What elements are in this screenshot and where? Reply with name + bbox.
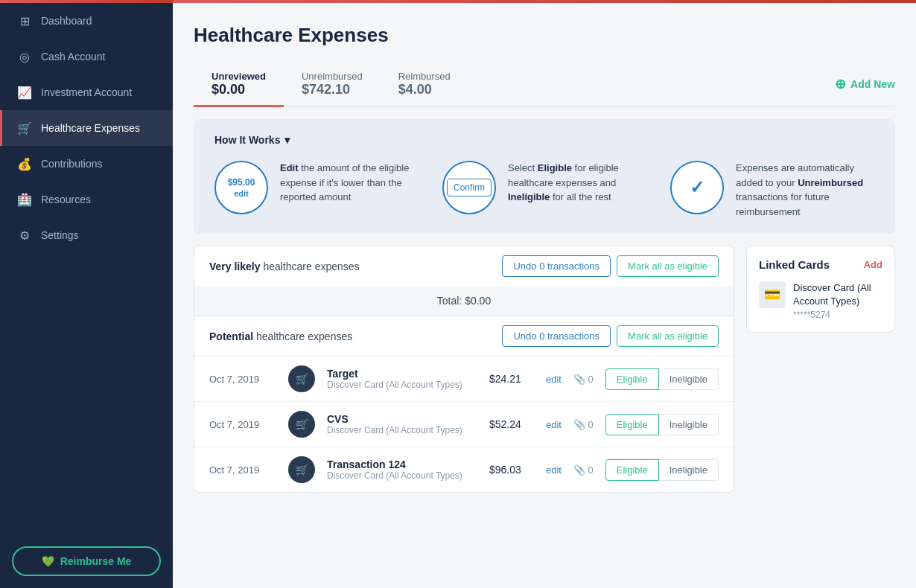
sidebar: ⊞ Dashboard ◎ Cash Account 📈 Investment … — [0, 0, 173, 588]
transaction-info: Transaction 124 Discover Card (All Accou… — [327, 458, 477, 481]
transaction-card: Discover Card (All Account Types) — [327, 470, 477, 481]
card-details: Discover Card (All Account Types) *****5… — [793, 281, 882, 320]
cash-account-icon: ◎ — [17, 49, 32, 64]
eligible-button[interactable]: Eligible — [605, 368, 659, 390]
investment-account-icon: 📈 — [17, 85, 32, 100]
ineligible-button[interactable]: Ineligible — [659, 368, 719, 390]
sidebar-item-healthcare-expenses[interactable]: 🛒 Healthcare Expenses — [0, 110, 173, 146]
hiw-text-3: Expenses are automatically added to your… — [736, 161, 874, 219]
expense-content: Very likely healthcare expenses Undo 0 t… — [194, 246, 734, 493]
tab-label-unreimbursed: Unreimbursed — [302, 71, 363, 82]
tab-unreimbursed[interactable]: Unreimbursed $742.10 — [284, 62, 381, 107]
transaction-edit-link[interactable]: edit — [546, 464, 562, 476]
transaction-name: CVS — [327, 413, 477, 425]
dashboard-icon: ⊞ — [17, 13, 32, 28]
hiw-step-1: $95.00 edit Edit the amount of the eligi… — [214, 161, 419, 214]
potential-actions: Undo 0 transactions Mark all as eligible — [502, 325, 719, 347]
transaction-action-buttons: Eligible Ineligible — [605, 368, 719, 390]
transaction-attachment: 📎 0 — [573, 464, 594, 476]
sidebar-label-investment-account: Investment Account — [41, 86, 132, 98]
transaction-card: Discover Card (All Account Types) — [327, 425, 477, 435]
potential-header: Potential healthcare expenses Undo 0 tra… — [194, 316, 734, 356]
transaction-action-buttons: Eligible Ineligible — [605, 414, 719, 435]
tabs-row: Unreviewed $0.00 Unreimbursed $742.10 Re… — [194, 62, 895, 107]
main-content: Healthcare Expenses Unreviewed $0.00 Unr… — [173, 0, 916, 588]
plus-circle-icon: ⊕ — [835, 76, 846, 92]
settings-icon: ⚙ — [17, 228, 32, 243]
how-it-works-steps: $95.00 edit Edit the amount of the eligi… — [214, 161, 874, 219]
very-likely-title: Very likely healthcare expenses — [209, 261, 360, 272]
transaction-name: Target — [327, 368, 477, 380]
tab-amount-reimbursed: $4.00 — [398, 82, 451, 98]
sidebar-label-contributions: Contributions — [41, 158, 103, 170]
sidebar-item-resources[interactable]: 🏥 Resources — [0, 182, 173, 217]
contributions-icon: 💰 — [17, 156, 32, 171]
sidebar-item-contributions[interactable]: 💰 Contributions — [0, 146, 173, 182]
content-area: Healthcare Expenses Unreviewed $0.00 Unr… — [173, 3, 916, 588]
confirm-button-example[interactable]: Confirm — [447, 179, 492, 196]
potential-mark-eligible-button[interactable]: Mark all as eligible — [617, 325, 719, 347]
sidebar-panel: Linked Cards Add 💳 Discover Card (All Ac… — [746, 246, 895, 333]
very-likely-undo-button[interactable]: Undo 0 transactions — [502, 255, 611, 277]
chevron-down-icon: ▾ — [284, 134, 290, 146]
hiw-step-2: Confirm Select Eligible for eligible hea… — [442, 161, 646, 214]
tab-label-reimbursed: Reimbursed — [398, 71, 451, 82]
potential-title: Potential healthcare expenses — [209, 330, 352, 342]
transaction-amount: $52.24 — [489, 418, 534, 430]
tab-amount-unreviewed: $0.00 — [211, 82, 266, 98]
tab-unreviewed[interactable]: Unreviewed $0.00 — [194, 62, 284, 107]
hiw-circle-3: ✓ — [670, 161, 724, 214]
hiw-step-3: ✓ Expenses are automatically added to yo… — [670, 161, 874, 219]
linked-cards-box: Linked Cards Add 💳 Discover Card (All Ac… — [746, 246, 895, 333]
sidebar-item-cash-account[interactable]: ◎ Cash Account — [0, 39, 173, 74]
transaction-info: CVS Discover Card (All Account Types) — [327, 413, 477, 435]
transaction-name: Transaction 124 — [327, 458, 477, 470]
transaction-date: Oct 7, 2019 — [209, 374, 276, 385]
hiw-amount: $95.00 — [228, 177, 255, 188]
hiw-text-1: Edit the amount of the eligible expense … — [280, 161, 419, 205]
transaction-icon: 🛒 — [288, 456, 315, 483]
table-row: Oct 7, 2019 🛒 Target Discover Card (All … — [194, 356, 734, 401]
card-icon: 💳 — [759, 281, 786, 308]
reimburse-icon: 💚 — [42, 555, 54, 567]
sidebar-label-dashboard: Dashboard — [41, 15, 92, 27]
resources-icon: 🏥 — [17, 192, 32, 207]
card-name: Discover Card (All Account Types) — [793, 281, 882, 308]
table-row: Oct 7, 2019 🛒 CVS Discover Card (All Acc… — [194, 401, 734, 447]
hiw-edit-link[interactable]: edit — [234, 189, 249, 198]
tab-amount-unreimbursed: $742.10 — [302, 82, 363, 98]
sidebar-item-settings[interactable]: ⚙ Settings — [0, 217, 173, 253]
sidebar-label-healthcare-expenses: Healthcare Expenses — [41, 122, 140, 134]
add-new-button[interactable]: ⊕ Add New — [835, 76, 895, 92]
tab-reimbursed[interactable]: Reimbursed $4.00 — [381, 62, 468, 107]
ineligible-button[interactable]: Ineligible — [659, 459, 719, 481]
transaction-edit-link[interactable]: edit — [546, 374, 562, 385]
reimburse-label: Reimburse Me — [60, 555, 132, 567]
how-it-works-title: How It Works — [214, 134, 280, 146]
linked-cards-add-button[interactable]: Add — [864, 259, 882, 270]
very-likely-header: Very likely healthcare expenses Undo 0 t… — [194, 246, 734, 286]
eligible-button[interactable]: Eligible — [605, 414, 659, 435]
sidebar-item-dashboard[interactable]: ⊞ Dashboard — [0, 3, 173, 39]
how-it-works-toggle[interactable]: How It Works ▾ — [214, 134, 874, 146]
list-item: 💳 Discover Card (All Account Types) ****… — [759, 281, 882, 320]
transaction-edit-link[interactable]: edit — [546, 419, 562, 430]
sidebar-label-cash-account: Cash Account — [41, 51, 105, 63]
how-it-works-panel: How It Works ▾ $95.00 edit Edit the amou… — [194, 119, 895, 234]
transaction-action-buttons: Eligible Ineligible — [605, 459, 719, 481]
transaction-attachment: 📎 0 — [573, 419, 594, 430]
hiw-circle-1: $95.00 edit — [214, 161, 268, 214]
reimburse-me-button[interactable]: 💚 Reimburse Me — [12, 546, 161, 576]
very-likely-total: Total: $0.00 — [194, 286, 734, 316]
potential-undo-button[interactable]: Undo 0 transactions — [502, 325, 611, 347]
potential-section: Potential healthcare expenses Undo 0 tra… — [194, 316, 734, 493]
ineligible-button[interactable]: Ineligible — [659, 414, 719, 435]
eligible-button[interactable]: Eligible — [605, 459, 659, 481]
sidebar-item-investment-account[interactable]: 📈 Investment Account — [0, 74, 173, 110]
tab-label-unreviewed: Unreviewed — [211, 71, 266, 82]
linked-cards-list: 💳 Discover Card (All Account Types) ****… — [759, 281, 882, 320]
very-likely-mark-eligible-button[interactable]: Mark all as eligible — [617, 255, 719, 277]
checkmark-icon: ✓ — [690, 177, 705, 198]
transaction-icon: 🛒 — [288, 365, 315, 392]
table-row: Oct 7, 2019 🛒 Transaction 124 Discover C… — [194, 447, 734, 492]
